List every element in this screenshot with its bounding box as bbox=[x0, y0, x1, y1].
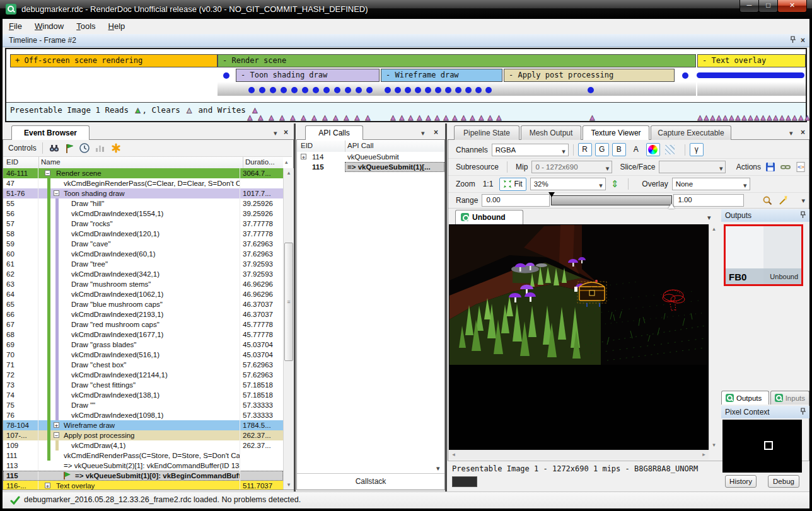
pin-icon[interactable] bbox=[789, 36, 797, 44]
table-row[interactable]: 58vkCmdDrawIndexed(120,1)37.77778 bbox=[3, 229, 283, 239]
table-row[interactable]: 59Draw "cave"37.62963 bbox=[3, 239, 283, 249]
table-row[interactable]: 107-...−Apply post processing262.37... bbox=[3, 430, 283, 440]
slice-face-select[interactable]: ▾ bbox=[659, 161, 726, 173]
event-dot[interactable] bbox=[682, 72, 688, 79]
write-marker-triangle[interactable]: ▲ bbox=[246, 113, 254, 122]
flip-vertical-icon[interactable]: ⇕ bbox=[611, 178, 619, 190]
event-browser-scrollbar[interactable]: ▴ ≡ ▾ bbox=[283, 168, 294, 490]
event-dot[interactable] bbox=[465, 87, 472, 93]
write-marker-triangle[interactable]: ▲ bbox=[257, 113, 265, 122]
texture-viewport[interactable] bbox=[449, 224, 709, 450]
tab-event-browser[interactable]: Event Browser bbox=[11, 125, 90, 140]
scroll-left-icon[interactable]: ◂ bbox=[449, 450, 458, 459]
table-row[interactable]: 55Draw "hill"39.25926 bbox=[3, 198, 283, 209]
tab-outputs[interactable]: Outputs bbox=[721, 391, 769, 405]
collapse-range-icon[interactable]: ▾ bbox=[801, 197, 805, 204]
table-row[interactable]: 56vkCmdDrawIndexed(1554,1)39.25926 bbox=[3, 209, 283, 219]
event-dot[interactable] bbox=[588, 87, 594, 93]
chevron-down-icon[interactable]: ▾ bbox=[789, 130, 793, 136]
write-marker-triangle[interactable]: ▲ bbox=[442, 113, 450, 122]
event-dot[interactable] bbox=[395, 87, 401, 93]
expander-icon[interactable]: − bbox=[54, 190, 59, 196]
chevron-down-icon[interactable]: ▾ bbox=[707, 214, 711, 221]
texture-viewer-close-icon[interactable]: × bbox=[801, 129, 805, 136]
channel-g-button[interactable]: G bbox=[595, 143, 609, 156]
write-marker-triangle[interactable]: ▲ bbox=[364, 113, 372, 122]
code-icon[interactable]: <> bbox=[795, 161, 806, 173]
write-marker-triangle[interactable]: ▲ bbox=[299, 113, 308, 122]
event-dot[interactable] bbox=[385, 87, 391, 93]
table-row[interactable]: 115=> vkQueueSubmit(1)[0]: vkBeginComman… bbox=[3, 471, 283, 481]
event-dot[interactable] bbox=[445, 87, 451, 93]
event-dot[interactable] bbox=[405, 87, 411, 93]
event-dot[interactable] bbox=[281, 87, 287, 93]
event-dot[interactable] bbox=[248, 87, 255, 93]
scroll-down-icon[interactable]: ▾ bbox=[709, 440, 719, 450]
write-marker-triangle[interactable]: ▲ bbox=[321, 113, 329, 122]
write-marker-triangle[interactable]: ▲ bbox=[486, 113, 494, 122]
table-row[interactable]: 62vkCmdDrawIndexed(342,1)37.92593 bbox=[3, 269, 283, 279]
write-marker-triangle[interactable]: ▲ bbox=[451, 113, 459, 122]
wand-icon[interactable] bbox=[778, 195, 789, 206]
event-dot[interactable] bbox=[313, 87, 319, 93]
clock-icon[interactable] bbox=[79, 142, 90, 154]
write-marker-triangle[interactable]: ▲ bbox=[477, 113, 485, 122]
write-marker-triangle[interactable]: ▲ bbox=[267, 113, 276, 122]
write-marker-triangle[interactable]: ▲ bbox=[588, 113, 596, 122]
table-row[interactable]: 72vkCmdDrawIndexed(12144,1)57.62963 bbox=[3, 370, 283, 380]
event-browser-close-icon[interactable]: × bbox=[284, 129, 288, 136]
expander-icon[interactable]: + bbox=[45, 483, 50, 488]
write-marker-triangle[interactable]: ▲ bbox=[803, 113, 811, 122]
table-row[interactable]: 60vkCmdDrawIndexed(60,1)37.62963 bbox=[3, 249, 283, 259]
expander-icon[interactable]: − bbox=[45, 170, 50, 176]
write-marker-triangle[interactable]: ▲ bbox=[289, 113, 297, 122]
search-icon[interactable] bbox=[49, 142, 60, 154]
timeline-marker-bar[interactable]: - Wireframe draw bbox=[381, 69, 502, 82]
table-row[interactable]: 109vkCmdDraw(4,1)262.37... bbox=[3, 440, 283, 451]
close-button[interactable]: ✕ bbox=[777, 0, 807, 13]
table-row[interactable]: 61Draw "tree"37.92593 bbox=[3, 259, 283, 269]
save-icon[interactable] bbox=[765, 161, 776, 173]
table-row[interactable]: 69Draw "grass blades"45.03704 bbox=[3, 340, 283, 350]
timeline-marker-bar[interactable]: - Toon shading draw bbox=[236, 69, 380, 82]
event-dot[interactable] bbox=[291, 87, 298, 93]
tab-unbound-texture[interactable]: Unbound bbox=[455, 210, 523, 224]
event-table-header[interactable]: EID Name Duratio... bbox=[3, 157, 283, 169]
pin-icon[interactable] bbox=[799, 211, 807, 219]
range-white-point-handle[interactable] bbox=[668, 204, 675, 209]
star-icon[interactable] bbox=[110, 142, 122, 154]
scroll-up-icon[interactable]: ▴ bbox=[284, 168, 294, 178]
tab-texture-viewer[interactable]: Texture Viewer bbox=[583, 125, 649, 140]
table-row[interactable]: +114vkQueueSubmit bbox=[297, 152, 444, 162]
write-marker-triangle[interactable]: ▲ bbox=[433, 113, 441, 122]
table-row[interactable]: 76vkCmdDrawIndexed(1098,1)57.33333 bbox=[3, 410, 283, 420]
overlay-select[interactable]: None▾ bbox=[672, 178, 750, 190]
menu-item-help[interactable]: Help bbox=[102, 19, 132, 33]
table-row[interactable]: 74vkCmdDrawIndexed(138,1)57.18518 bbox=[3, 390, 283, 400]
pin-icon[interactable] bbox=[799, 408, 807, 416]
write-marker-triangle[interactable]: ▲ bbox=[468, 113, 477, 122]
event-dot[interactable] bbox=[425, 87, 431, 93]
write-marker-triangle[interactable]: ▲ bbox=[398, 113, 406, 122]
channel-a-button[interactable]: A bbox=[629, 143, 643, 156]
table-row[interactable]: 113=> vkQueueSubmit(2)[1]: vkEndCommandB… bbox=[3, 461, 283, 471]
event-dot[interactable] bbox=[223, 72, 229, 79]
scrollbar-thumb[interactable]: ≡ bbox=[284, 243, 293, 361]
sort-arrow-icon[interactable]: ▴ bbox=[285, 159, 288, 165]
chevron-down-icon[interactable]: ▾ bbox=[421, 130, 425, 136]
timeline-marker-bar[interactable]: - Apply post processing bbox=[504, 69, 675, 82]
table-row[interactable]: 73Draw "chest fittings"57.18518 bbox=[3, 380, 283, 390]
api-calls-close-icon[interactable]: × bbox=[434, 129, 438, 136]
channels-select[interactable]: RGBA▾ bbox=[492, 144, 569, 156]
table-row[interactable]: 66vkCmdDrawIndexed(2193,1)46.37037 bbox=[3, 309, 283, 319]
event-dot[interactable] bbox=[485, 87, 492, 93]
write-marker-triangle[interactable]: ▲ bbox=[415, 113, 424, 122]
timeline-marker-bar[interactable]: - Text overlay bbox=[697, 54, 806, 67]
splitter[interactable] bbox=[445, 123, 447, 491]
event-dot[interactable] bbox=[323, 87, 330, 93]
scroll-down-icon[interactable]: ▾ bbox=[436, 465, 440, 471]
column-name[interactable]: Name bbox=[41, 158, 61, 166]
expander-icon[interactable]: + bbox=[301, 154, 306, 159]
range-slider[interactable] bbox=[551, 195, 672, 205]
event-pill[interactable] bbox=[697, 72, 804, 78]
